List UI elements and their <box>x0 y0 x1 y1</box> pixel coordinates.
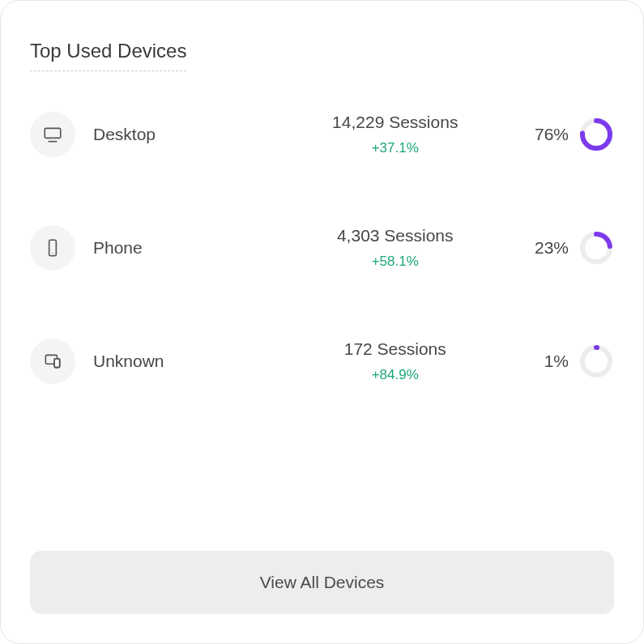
device-sessions: 14,229 Sessions <box>290 113 501 132</box>
device-sessions-col: 4,303 Sessions +58.1% <box>290 226 501 270</box>
svg-point-5 <box>52 253 53 254</box>
donut-chart <box>578 117 614 152</box>
device-name-text: Unknown <box>93 352 164 370</box>
sessions-suffix: Sessions <box>380 226 454 245</box>
device-row-phone: Phone 4,303 Sessions +58.1% 23% <box>30 225 614 271</box>
svg-point-11 <box>582 348 610 375</box>
sessions-suffix: Sessions <box>373 339 446 358</box>
device-sessions-col: 14,229 Sessions +37.1% <box>290 113 501 156</box>
donut-chart <box>578 230 614 266</box>
sessions-suffix: Sessions <box>384 113 458 131</box>
device-percent-label: 23% <box>535 238 569 258</box>
desktop-icon <box>30 112 75 157</box>
device-sessions-value: 172 <box>344 339 373 358</box>
device-percent-label: 1% <box>544 352 569 371</box>
device-sessions-col: 172 Sessions +84.9% <box>290 339 501 383</box>
svg-rect-9 <box>54 359 60 368</box>
view-all-devices-button[interactable]: View All Devices <box>30 551 614 614</box>
unknown-device-icon <box>30 339 75 384</box>
card-title: Top Used Devices <box>30 40 186 71</box>
device-sessions: 4,303 Sessions <box>290 226 501 245</box>
device-sessions-value: 4,303 <box>337 226 380 245</box>
device-name: Phone <box>79 238 290 258</box>
device-name-text: Desktop <box>93 125 156 143</box>
device-row-desktop: Desktop 14,229 Sessions +37.1% 76% <box>30 112 614 157</box>
device-percent-col: 1% <box>501 343 614 379</box>
top-used-devices-card: Top Used Devices Desktop 14,229 Sessions… <box>0 0 644 644</box>
device-sessions: 172 Sessions <box>290 339 501 359</box>
svg-rect-0 <box>45 128 61 138</box>
device-change: +58.1% <box>290 254 501 270</box>
device-change: +37.1% <box>290 140 501 156</box>
device-sessions-value: 14,229 <box>332 113 384 131</box>
device-rows: Desktop 14,229 Sessions +37.1% 76% Pho <box>30 112 614 384</box>
device-change: +84.9% <box>290 367 501 383</box>
device-name: Unknown <box>79 352 290 371</box>
device-row-unknown: Unknown 172 Sessions +84.9% 1% <box>30 339 614 384</box>
device-percent-col: 23% <box>501 230 614 266</box>
phone-icon <box>30 225 75 271</box>
device-name-text: Phone <box>93 238 143 257</box>
donut-chart <box>578 343 614 379</box>
device-percent-col: 76% <box>501 117 614 152</box>
device-percent-label: 76% <box>535 125 569 144</box>
device-name: Desktop <box>79 125 290 144</box>
